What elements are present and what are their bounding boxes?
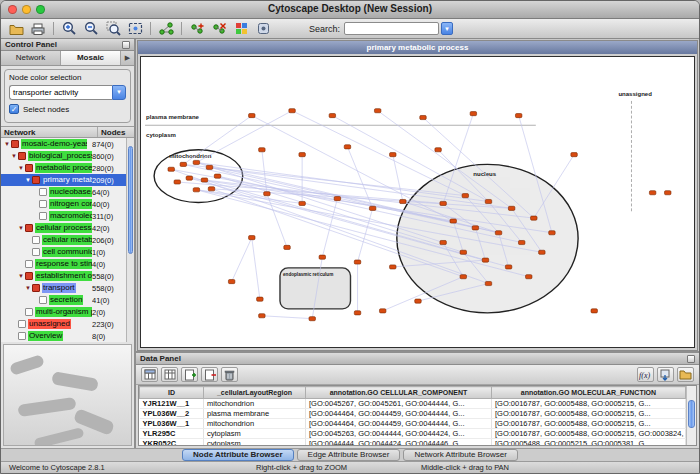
network-node[interactable]: [259, 314, 265, 318]
expander-icon[interactable]: ▼: [3, 141, 11, 147]
tree-row[interactable]: nucleobase...64(0): [1, 186, 126, 198]
unselect-attributes-icon[interactable]: [161, 367, 178, 382]
network-node[interactable]: [460, 250, 466, 254]
formula-builder-icon[interactable]: f(x): [637, 367, 654, 382]
search-dropdown-icon[interactable]: ▼: [441, 22, 453, 35]
network-node[interactable]: [400, 199, 406, 203]
expander-icon[interactable]: ▼: [17, 165, 25, 171]
network-node[interactable]: [485, 281, 491, 285]
network-node[interactable]: [390, 265, 396, 269]
tree-row[interactable]: response to stimul...4(0): [1, 258, 126, 270]
network-node[interactable]: [206, 165, 212, 169]
expander-icon[interactable]: ▼: [17, 273, 25, 279]
tab-edge-attribute-browser[interactable]: Edge Attribute Browser: [297, 449, 401, 461]
network-node[interactable]: [450, 219, 456, 223]
tree-row[interactable]: multi-organism pro...2(0): [1, 306, 126, 318]
network-node[interactable]: [440, 240, 446, 244]
network-node[interactable]: [299, 201, 305, 205]
tree-row[interactable]: ▼mosaic-demo-yeast874(0): [1, 138, 126, 150]
destroy-network-icon[interactable]: [209, 20, 229, 37]
table-scrollbar-thumb[interactable]: [688, 400, 695, 428]
new-network-icon[interactable]: [187, 20, 207, 37]
network-node[interactable]: [515, 114, 521, 118]
network-node[interactable]: [665, 191, 671, 195]
network-overview-navigator[interactable]: [3, 344, 132, 446]
tree-row[interactable]: cell communica...1(0): [1, 246, 126, 258]
network-node[interactable]: [257, 297, 263, 301]
network-node[interactable]: [649, 191, 655, 195]
tree-row[interactable]: macromolecule...311(0): [1, 210, 126, 222]
network-node[interactable]: [549, 231, 555, 235]
network-node[interactable]: [174, 180, 180, 184]
tree-row[interactable]: cellular metabo...206(0): [1, 234, 126, 246]
network-node[interactable]: [369, 206, 375, 210]
float-panel-icon[interactable]: [687, 355, 695, 363]
table-row[interactable]: YJR121W__1mitochondrion[GO:0045267, GO:0…: [140, 399, 686, 409]
network-node[interactable]: [531, 216, 537, 220]
tree-row[interactable]: ▼metabolic process280(0): [1, 162, 126, 174]
network-node[interactable]: [168, 167, 174, 171]
first-neighbors-icon[interactable]: [156, 20, 176, 37]
color-attribute-dropdown[interactable]: transporter activity ▼: [9, 85, 126, 100]
expander-icon[interactable]: ▼: [10, 153, 18, 159]
zoom-in-icon[interactable]: [59, 20, 79, 37]
tree-scrollbar[interactable]: [126, 138, 134, 342]
network-node[interactable]: [201, 178, 207, 182]
network-node[interactable]: [539, 250, 545, 254]
network-node[interactable]: [505, 265, 511, 269]
tree-row[interactable]: unassigned223(0): [1, 318, 126, 330]
select-nodes-row[interactable]: Select nodes: [9, 104, 126, 114]
new-attribute-icon[interactable]: [181, 367, 198, 382]
col-header-id[interactable]: ID: [140, 387, 204, 399]
network-node[interactable]: [508, 206, 514, 210]
network-node[interactable]: [374, 109, 380, 113]
network-node[interactable]: [264, 192, 270, 196]
network-node[interactable]: [470, 112, 476, 116]
network-node[interactable]: [249, 114, 255, 118]
network-node[interactable]: [193, 160, 199, 164]
expander-icon[interactable]: ▼: [24, 285, 32, 291]
plugins-icon[interactable]: [253, 20, 273, 37]
network-node[interactable]: [354, 311, 360, 315]
network-node[interactable]: [435, 148, 441, 152]
table-row[interactable]: YLR295Ccytoplasm[GO:0045263, GO:0044444,…: [140, 429, 686, 439]
import-attributes-icon[interactable]: [657, 367, 674, 382]
zoom-fit-icon[interactable]: [125, 20, 145, 37]
tab-node-attribute-browser[interactable]: Node Attribute Browser: [182, 449, 294, 461]
network-node[interactable]: [472, 226, 478, 230]
network-node[interactable]: [259, 148, 265, 152]
table-row[interactable]: YKR052Ccytoplasm[GO:0044444, GO:0044424,…: [140, 439, 686, 447]
network-node[interactable]: [334, 197, 340, 201]
table-scrollbar[interactable]: [686, 386, 696, 445]
network-node[interactable]: [284, 245, 290, 249]
col-header-molecular-function[interactable]: annotation.GO MOLECULAR_FUNCTION: [492, 387, 686, 399]
network-node[interactable]: [208, 187, 214, 191]
tab-network-attribute-browser[interactable]: Network Attribute Browser: [403, 449, 517, 461]
tab-scroll-right-icon[interactable]: ▶: [121, 51, 134, 65]
search-input[interactable]: [344, 22, 439, 35]
network-node[interactable]: [186, 176, 192, 180]
network-edge[interactable]: [232, 238, 252, 282]
vizmapper-icon[interactable]: [231, 20, 251, 37]
open-attribute-file-icon[interactable]: [677, 367, 694, 382]
network-node[interactable]: [526, 275, 532, 279]
tree-scrollbar-thumb[interactable]: [128, 146, 133, 254]
network-node[interactable]: [482, 258, 488, 262]
col-header-cellular-component[interactable]: annotation.GO CELLULAR_COMPONENT: [306, 387, 492, 399]
network-node[interactable]: [214, 174, 220, 178]
tab-mosaic[interactable]: Mosaic: [61, 51, 121, 65]
network-node[interactable]: [415, 299, 421, 303]
tab-network[interactable]: Network: [1, 51, 61, 65]
network-edge[interactable]: [196, 111, 292, 163]
network-edge[interactable]: [393, 155, 403, 202]
network-node[interactable]: [390, 153, 396, 157]
network-canvas[interactable]: plasma membrane cytoplasm mitochondrion …: [140, 56, 695, 348]
network-node[interactable]: [440, 201, 446, 205]
table-row[interactable]: YPL036W__2plasma membrane[GO:0044464, GO…: [140, 409, 686, 419]
tree-row[interactable]: ▼cellular process42(0): [1, 222, 126, 234]
network-node[interactable]: [344, 145, 350, 149]
open-file-icon[interactable]: [6, 20, 26, 37]
network-node[interactable]: [420, 115, 426, 119]
select-attributes-icon[interactable]: [141, 367, 158, 382]
network-node[interactable]: [193, 188, 199, 192]
